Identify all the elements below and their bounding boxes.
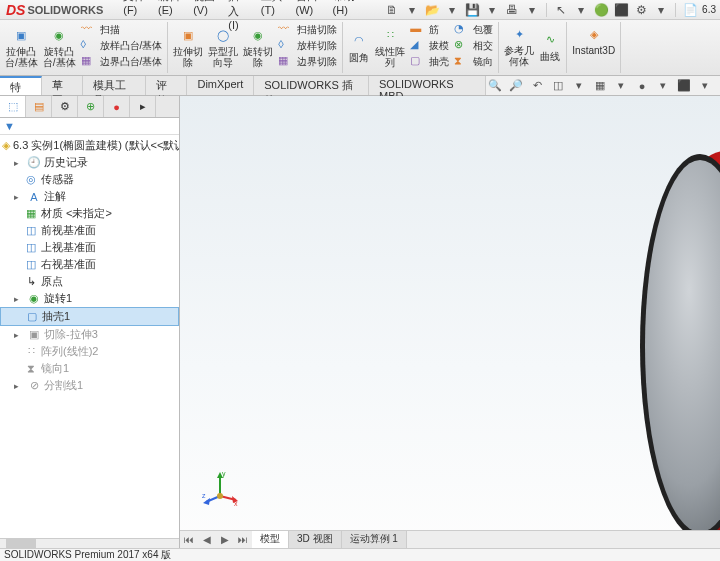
- panel-tab-property[interactable]: ▤: [26, 96, 52, 117]
- cut-extrude-button[interactable]: ▣拉伸切除: [171, 23, 205, 69]
- tab-addins[interactable]: SOLIDWORKS 插件: [254, 76, 369, 95]
- tree-history[interactable]: ▸🕘历史记录: [0, 154, 179, 171]
- section-view-icon[interactable]: ◫: [549, 77, 567, 95]
- tree-mirror1[interactable]: ⧗镜向1: [0, 360, 179, 377]
- panel-tab-config[interactable]: ⚙: [52, 96, 78, 117]
- tree-linpat2[interactable]: ∷阵列(线性)2: [0, 343, 179, 360]
- tree-filter[interactable]: ▼: [0, 118, 179, 135]
- instant3d-button[interactable]: ◈Instant3D: [570, 22, 617, 57]
- tab-mold[interactable]: 模具工具: [83, 76, 145, 95]
- graphics-viewport[interactable]: y x z ⏮ ◀ ▶ ⏭ 模型 3D 视图 运动算例 1: [180, 96, 720, 548]
- draft-button[interactable]: ◢拔模: [408, 38, 451, 54]
- dropdown-icon[interactable]: ▾: [524, 2, 540, 18]
- scrollbar-thumb[interactable]: [6, 539, 36, 548]
- content-area: ⬚ ▤ ⚙ ⊕ ● ▸ ▼ ◈6.3 实例1(椭圆盖建模) (默认<<默认>_显…: [0, 96, 720, 548]
- tree-annotations[interactable]: ▸A注解: [0, 188, 179, 205]
- vp-nav-first[interactable]: ⏮: [180, 531, 198, 548]
- vp-tab-3dview[interactable]: 3D 视图: [289, 531, 342, 548]
- hide-show-icon[interactable]: ▾: [612, 77, 630, 95]
- tab-evaluate[interactable]: 评估: [146, 76, 188, 95]
- zoom-area-icon[interactable]: 🔎: [507, 77, 525, 95]
- tab-mbd[interactable]: SOLIDWORKS MBD: [369, 76, 486, 95]
- tree-cutext3[interactable]: ▸▣切除-拉伸3: [0, 326, 179, 343]
- vp-nav-prev[interactable]: ◀: [198, 531, 216, 548]
- print-icon[interactable]: 🖶: [504, 2, 520, 18]
- cut-sweep-icon: 〰: [278, 22, 294, 38]
- intersect-button[interactable]: ⊗相交: [452, 38, 495, 54]
- fillet-button[interactable]: ◠圆角: [346, 29, 372, 64]
- mirror-feature-icon: ⧗: [24, 362, 38, 376]
- tab-dimxpert[interactable]: DimXpert: [187, 76, 254, 95]
- vp-nav-next[interactable]: ▶: [216, 531, 234, 548]
- sweep-button[interactable]: 〰扫描: [79, 22, 165, 38]
- cursor-icon[interactable]: ↖: [553, 2, 569, 18]
- cut-loft-button[interactable]: ◊放样切除: [276, 38, 339, 54]
- display-style-icon[interactable]: ▦: [591, 77, 609, 95]
- view-settings-icon[interactable]: ⬛: [675, 77, 693, 95]
- material-icon: ▦: [24, 207, 38, 221]
- doc-icon: 📄: [682, 2, 698, 18]
- tree-right-plane[interactable]: ◫右视基准面: [0, 256, 179, 273]
- horizontal-scrollbar[interactable]: [0, 538, 179, 548]
- tree-root[interactable]: ◈6.3 实例1(椭圆盖建模) (默认<<默认>_显: [0, 137, 179, 154]
- cut-revolve-button[interactable]: ◉旋转切除: [241, 23, 275, 69]
- annotation-icon: A: [27, 190, 41, 204]
- prev-view-icon[interactable]: ↶: [528, 77, 546, 95]
- tab-sketch[interactable]: 草图: [42, 76, 84, 95]
- cut-revolve-icon: ◉: [247, 24, 269, 46]
- vp-tab-model[interactable]: 模型: [252, 531, 289, 548]
- dropdown-icon[interactable]: ▾: [444, 2, 460, 18]
- dropdown-icon[interactable]: ▾: [653, 2, 669, 18]
- scene-icon[interactable]: ▾: [654, 77, 672, 95]
- tab-feature[interactable]: 特征: [0, 76, 42, 95]
- hole-wizard-button[interactable]: ◯异型孔向导: [206, 23, 240, 69]
- split-feature-icon: ⊘: [27, 379, 41, 393]
- cut-boundary-button[interactable]: ▦边界切除: [276, 54, 339, 70]
- panel-tab-display[interactable]: ●: [104, 96, 130, 117]
- pattern-button[interactable]: ∷线性阵列: [373, 23, 407, 69]
- boundary-button[interactable]: ▦边界凸台/基体: [79, 54, 165, 70]
- axis-x-label: x: [234, 500, 238, 507]
- extrude-button[interactable]: ▣拉伸凸台/基体: [3, 23, 40, 69]
- tree-revolve1[interactable]: ▸◉旋转1: [0, 290, 179, 307]
- tree-sensors[interactable]: ◎传感器: [0, 171, 179, 188]
- mirror-button[interactable]: ⧗镜向: [452, 54, 495, 70]
- dropdown-icon[interactable]: ▾: [484, 2, 500, 18]
- curves-button[interactable]: ∿曲线: [537, 28, 563, 63]
- appearance-icon[interactable]: ●: [633, 77, 651, 95]
- rebuild-icon[interactable]: 🟢: [593, 2, 609, 18]
- refgeo-button[interactable]: ✦参考几何体: [502, 22, 536, 68]
- rib-button[interactable]: ▬筋: [408, 22, 451, 38]
- tree-origin[interactable]: ↳原点: [0, 273, 179, 290]
- display-icon: ●: [113, 101, 120, 113]
- settings-icon[interactable]: ⚙: [633, 2, 649, 18]
- panel-tab-expand[interactable]: ▸: [130, 96, 156, 117]
- panel-tab-dimxpert[interactable]: ⊕: [78, 96, 104, 117]
- cut-sweep-button[interactable]: 〰扫描切除: [276, 22, 339, 38]
- view-orient-icon[interactable]: ▾: [570, 77, 588, 95]
- shell-feature-icon: ▢: [25, 310, 39, 324]
- logo-text: SOLIDWORKS: [27, 4, 103, 16]
- dropdown-icon[interactable]: ▾: [404, 2, 420, 18]
- tree-front-plane[interactable]: ◫前视基准面: [0, 222, 179, 239]
- orientation-triad[interactable]: y x z: [200, 468, 240, 508]
- zoom-fit-icon[interactable]: 🔍: [486, 77, 504, 95]
- tree-material[interactable]: ▦材质 <未指定>: [0, 205, 179, 222]
- dropdown-icon[interactable]: ▾: [573, 2, 589, 18]
- cut-extrude-icon: ▣: [177, 24, 199, 46]
- panel-tab-feature-tree[interactable]: ⬚: [0, 96, 26, 117]
- tree-shell1[interactable]: ▢抽壳1: [0, 307, 179, 326]
- shell-button[interactable]: ▢抽壳: [408, 54, 451, 70]
- open-icon[interactable]: 📂: [424, 2, 440, 18]
- vp-tab-motion[interactable]: 运动算例 1: [342, 531, 407, 548]
- tree-top-plane[interactable]: ◫上视基准面: [0, 239, 179, 256]
- tree-split1[interactable]: ▸⊘分割线1: [0, 377, 179, 394]
- new-icon[interactable]: 🗎: [384, 2, 400, 18]
- dropdown-icon[interactable]: ▾: [696, 77, 714, 95]
- options-icon[interactable]: ⬛: [613, 2, 629, 18]
- wrap-button[interactable]: ◔包覆: [452, 22, 495, 38]
- save-icon[interactable]: 💾: [464, 2, 480, 18]
- vp-nav-last[interactable]: ⏭: [234, 531, 252, 548]
- loft-button[interactable]: ◊放样凸台/基体: [79, 38, 165, 54]
- revolve-button[interactable]: ◉旋转凸台/基体: [41, 23, 78, 69]
